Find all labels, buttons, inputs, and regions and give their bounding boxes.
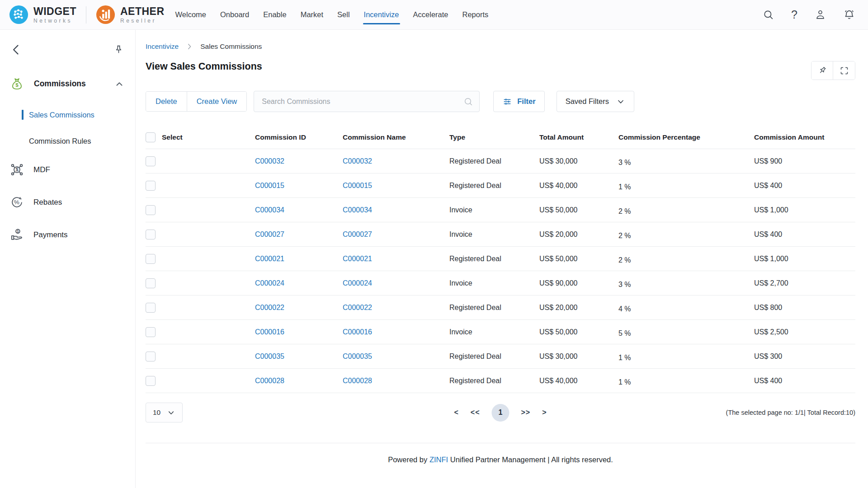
mdf-network-dollar-icon: $	[10, 163, 24, 177]
notifications-icon[interactable]	[843, 9, 855, 21]
filter-button-label: Filter	[517, 97, 535, 106]
nav-item[interactable]: Accelerate	[413, 10, 448, 19]
row-checkbox[interactable]	[146, 278, 156, 288]
commission-name-link[interactable]: C000032	[343, 157, 372, 165]
nav-item[interactable]: Enable	[263, 10, 286, 19]
create-view-button[interactable]: Create View	[187, 92, 247, 111]
footer-brand-link[interactable]: ZINFI	[429, 455, 448, 464]
commission-amount-cell: US$ 400	[754, 230, 855, 239]
commission-name-link[interactable]: C000035	[343, 352, 372, 360]
help-icon[interactable]: ?	[791, 9, 797, 20]
saved-filters-dropdown[interactable]: Saved Filters	[557, 91, 634, 112]
nav-item[interactable]: Sell	[337, 10, 350, 19]
collapse-sidebar-icon[interactable]	[10, 43, 23, 56]
type-cell: Invoice	[449, 279, 539, 287]
table-row: C000022 C000022 Registered Deal US$ 20,0…	[146, 296, 855, 320]
search-input[interactable]	[254, 91, 480, 112]
commission-name-link[interactable]: C000028	[343, 377, 372, 385]
commission-amount-cell: US$ 400	[754, 377, 855, 385]
breadcrumb: Incentivize Sales Commissions	[146, 42, 855, 51]
commission-amount-cell: US$ 1,000	[754, 255, 855, 263]
commission-id-link[interactable]: C000016	[255, 328, 284, 336]
sidebar-item-sales-commissions[interactable]: Sales Commissions	[22, 110, 124, 120]
commission-amount-cell: US$ 800	[754, 304, 855, 312]
row-checkbox[interactable]	[146, 156, 156, 166]
user-icon[interactable]	[814, 9, 826, 21]
sidebar-item-commission-rules[interactable]: Commission Rules	[22, 137, 124, 145]
top-navigation: Welcome Onboard Enable Market Sell Incen…	[175, 10, 489, 19]
sidebar-item-label: Sales Commissions	[29, 111, 94, 119]
sidebar-group-label: Commissions	[34, 79, 86, 89]
row-checkbox[interactable]	[146, 303, 156, 313]
svg-text:$: $	[16, 167, 19, 172]
row-checkbox[interactable]	[146, 181, 156, 191]
row-checkbox[interactable]	[146, 352, 156, 361]
chevron-down-icon	[616, 97, 625, 106]
commission-name-link[interactable]: C000021	[343, 255, 372, 263]
table-row: C000015 C000015 Registered Deal US$ 40,0…	[146, 174, 855, 198]
page-header-actions	[811, 61, 855, 80]
nav-item[interactable]: Incentivize	[364, 10, 399, 19]
commission-id-link[interactable]: C000024	[255, 279, 284, 287]
commission-id-link[interactable]: C000015	[255, 182, 284, 189]
nav-item[interactable]: Welcome	[175, 10, 206, 19]
expand-fullscreen-button[interactable]	[833, 61, 855, 80]
total-amount-cell: US$ 40,000	[539, 182, 618, 190]
table-row: C000028 C000028 Registered Deal US$ 40,0…	[146, 369, 855, 393]
sidebar-item-mdf[interactable]: $ MDF	[10, 163, 124, 177]
row-checkbox[interactable]	[146, 376, 156, 386]
page-title: View Sales Commissions	[146, 61, 262, 72]
table-header: Select Commission ID Commission Name Typ…	[146, 126, 855, 149]
sidebar-item-label: Payments	[33, 230, 68, 239]
delete-button[interactable]: Delete	[146, 92, 187, 111]
commission-id-link[interactable]: C000032	[255, 157, 284, 165]
partner-logo-name: AETHER	[120, 6, 165, 17]
commission-id-link[interactable]: C000028	[255, 377, 284, 385]
sidebar-item-payments[interactable]: $ Payments	[10, 228, 124, 242]
primary-logo-name: WIDGET	[33, 6, 76, 17]
sidebar-group-commissions[interactable]: $ Commissions	[10, 77, 124, 91]
previous-page-button[interactable]: <	[454, 408, 458, 417]
commission-name-link[interactable]: C000024	[343, 279, 372, 287]
commission-id-link[interactable]: C000027	[255, 230, 284, 238]
table-row: C000035 C000035 Registered Deal US$ 30,0…	[146, 344, 855, 369]
commission-id-link[interactable]: C000034	[255, 206, 284, 214]
current-page-indicator[interactable]: 1	[492, 404, 509, 422]
row-checkbox[interactable]	[146, 205, 156, 215]
next-page-button[interactable]: >	[542, 408, 547, 417]
nav-item[interactable]: Reports	[462, 10, 489, 19]
commission-id-link[interactable]: C000022	[255, 304, 284, 311]
column-header-total-amount: Total Amount	[539, 133, 618, 141]
pin-page-button[interactable]	[811, 61, 833, 80]
search-icon[interactable]	[463, 96, 474, 107]
commission-name-link[interactable]: C000015	[343, 182, 372, 189]
select-all-checkbox[interactable]	[146, 132, 156, 142]
first-page-button[interactable]: <<	[471, 408, 480, 417]
total-amount-cell: US$ 30,000	[539, 352, 618, 361]
main-content: Incentivize Sales Commissions View Sales…	[136, 30, 868, 488]
nav-item[interactable]: Market	[301, 10, 323, 19]
commission-name-link[interactable]: C000022	[343, 304, 372, 311]
last-page-button[interactable]: >>	[521, 408, 531, 417]
partner-logo: AETHER Reseller	[96, 5, 165, 24]
commission-percentage-cell: 2 %	[618, 229, 754, 240]
row-checkbox[interactable]	[146, 254, 156, 264]
sidebar-item-rebates[interactable]: % Rebates	[10, 195, 124, 209]
commission-name-link[interactable]: C000016	[343, 328, 372, 336]
commission-id-link[interactable]: C000035	[255, 352, 284, 360]
nav-item[interactable]: Onboard	[220, 10, 249, 19]
pin-sidebar-icon[interactable]	[113, 44, 124, 56]
search-icon[interactable]	[762, 9, 774, 21]
pin-icon	[817, 66, 827, 76]
row-checkbox[interactable]	[146, 327, 156, 337]
commission-id-link[interactable]: C000021	[255, 255, 284, 263]
pagination-info: (The selected page no: 1/1| Total Record…	[726, 409, 855, 416]
sidebar: $ Commissions Sales Commissions Commissi…	[0, 30, 136, 488]
partner-logo-tagline: Reseller	[120, 18, 165, 23]
row-checkbox[interactable]	[146, 230, 156, 239]
commission-name-link[interactable]: C000034	[343, 206, 372, 214]
page-size-select[interactable]: 10	[146, 403, 183, 422]
breadcrumb-parent-link[interactable]: Incentivize	[146, 42, 179, 51]
filter-button[interactable]: Filter	[493, 91, 544, 112]
commission-name-link[interactable]: C000027	[343, 230, 372, 238]
